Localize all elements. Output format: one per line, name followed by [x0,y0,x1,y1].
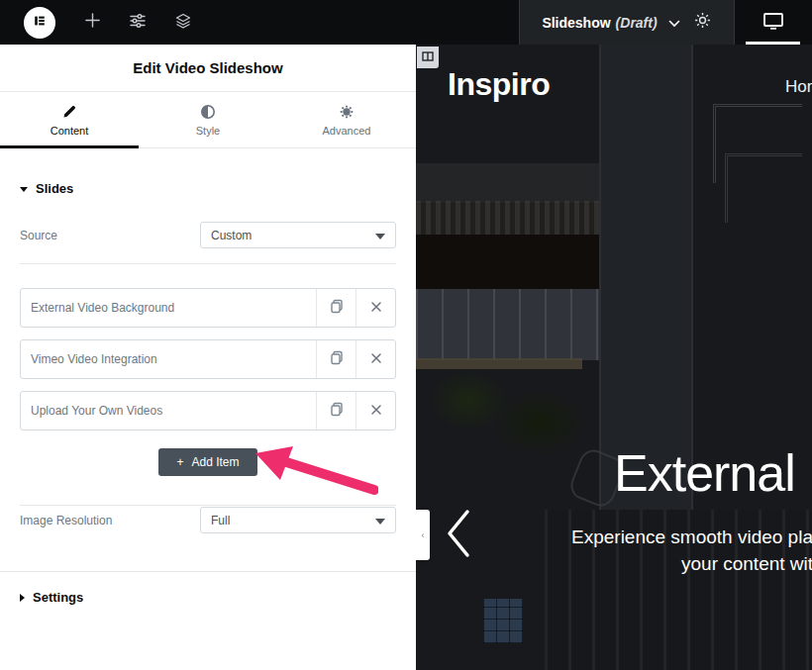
caret-down-icon [20,187,28,192]
copy-icon [329,298,345,318]
tab-advanced[interactable]: Advanced [277,92,416,147]
tab-style[interactable]: Style [139,92,277,147]
image-resolution-value: Full [211,514,230,527]
photo-detail [725,153,802,223]
tab-content[interactable]: Content [0,92,139,147]
tab-style-label: Style [196,125,220,137]
add-item-label: Add Item [191,455,239,469]
pencil-icon [61,104,77,120]
photo-detail [416,358,582,369]
panel-header: Edit Video Slideshow [0,45,416,92]
columns-icon [422,48,434,66]
close-icon [370,299,382,317]
slides-section: Slides Source Custom External Video Back… [0,148,416,571]
slide-subtitle-line2: your content wit [681,553,812,575]
site-settings-button[interactable] [129,14,147,32]
panel-tabs: Content Style Advanced [0,92,416,148]
tab-advanced-label: Advanced [323,125,371,137]
repeater-item-title[interactable]: External Video Background [21,289,316,327]
add-item-button[interactable]: + Add Item [158,448,257,476]
remove-item-button[interactable] [355,392,395,430]
topbar-left-group [0,0,519,45]
duplicate-item-button[interactable] [316,289,355,327]
document-settings-button[interactable] [694,14,712,32]
duplicate-item-button[interactable] [316,340,355,378]
layers-icon [174,12,192,34]
divider [20,263,396,264]
caret-right-icon [20,594,25,602]
source-label: Source [20,229,200,242]
document-title: Slideshow [542,15,610,31]
repeater-item-title[interactable]: Upload Your Own Videos [21,392,316,430]
photo-detail [416,201,604,235]
add-item-row: + Add Item [20,448,396,476]
slides-section-toggle[interactable]: Slides [20,182,396,196]
panel-title: Edit Video Slideshow [133,59,282,76]
image-resolution-select[interactable]: Full [200,507,396,533]
editor-topbar: Slideshow (Draft) [0,0,812,45]
photo-detail [416,163,609,203]
photo-detail [416,369,592,458]
chevron-left-icon: ‹ [422,530,425,540]
slideshow-prev-button[interactable] [444,508,473,559]
nav-item-home[interactable]: Home [785,77,812,97]
annotation-arrow [254,444,378,496]
copy-icon [329,401,345,421]
slide-heading: External [614,443,795,503]
source-select[interactable]: Custom [200,222,396,248]
photo-detail [416,235,599,289]
source-control-row: Source Custom [20,222,396,248]
structure-navigator-button[interactable] [174,14,192,32]
divider [20,505,396,506]
image-resolution-row: Image Resolution Full [20,507,396,533]
contrast-circle-icon [200,104,216,120]
photo-detail [483,599,523,643]
sliders-icon [129,12,147,34]
gear-icon [693,11,712,34]
caret-down-icon [375,229,385,242]
close-icon [370,402,382,420]
widget-edit-panel: Edit Video Slideshow Content Style Advan… [0,45,416,670]
panel-collapse-handle[interactable]: ‹ [416,510,430,560]
slides-heading: Slides [36,182,73,196]
copy-icon [329,349,345,369]
plus-icon [84,12,101,33]
add-element-button[interactable] [83,14,101,32]
document-status: (Draft) [616,15,658,31]
close-icon [370,350,382,368]
elementor-menu-button[interactable] [24,7,55,39]
document-title-dropdown[interactable]: Slideshow (Draft) [542,15,679,31]
desktop-monitor-icon [761,11,785,35]
remove-item-button[interactable] [355,289,395,327]
plus-icon: + [176,455,183,469]
remove-item-button[interactable] [355,340,395,378]
settings-section-toggle[interactable]: Settings [20,591,396,605]
tab-content-label: Content [51,125,89,137]
chevron-left-icon [444,545,473,562]
duplicate-item-button[interactable] [316,392,355,430]
photo-detail [416,289,604,360]
site-logo[interactable]: Inspiro [448,66,550,103]
repeater-item-vimeo: Vimeo Video Integration [20,339,396,379]
chevron-down-icon [668,20,680,28]
elementor-logo-icon [33,14,47,32]
gear-icon [339,104,355,120]
slide-subtitle-line1: Experience smooth video playb [571,526,812,548]
repeater-item-title[interactable]: Vimeo Video Integration [21,340,316,378]
section-structure-button[interactable] [417,47,439,68]
responsive-mode-desktop[interactable] [735,0,812,45]
caret-down-icon [375,514,385,527]
page-preview: Inspiro Home External Experience smooth … [416,45,812,670]
document-switcher: Slideshow (Draft) [519,0,735,45]
settings-heading: Settings [33,591,83,605]
source-select-value: Custom [211,229,252,242]
repeater-item-upload: Upload Your Own Videos [20,391,396,431]
repeater-item-external-video: External Video Background [20,288,396,328]
image-resolution-label: Image Resolution [20,514,200,527]
settings-section: Settings [0,571,416,623]
active-device-indicator [746,42,800,45]
